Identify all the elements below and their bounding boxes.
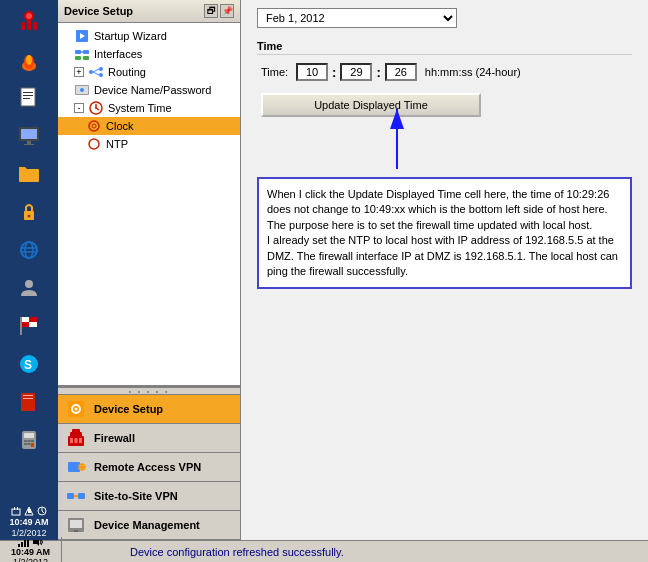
tree-item-routing[interactable]: + Routing xyxy=(58,63,240,81)
date-row: Feb 1, 2012 xyxy=(257,8,632,28)
svg-rect-87 xyxy=(78,493,85,499)
svg-rect-91 xyxy=(70,520,82,528)
svg-rect-47 xyxy=(28,509,31,513)
tree-item-startup-wizard[interactable]: Startup Wizard xyxy=(58,27,240,45)
system-time-icon xyxy=(88,100,104,116)
calc-icon[interactable] xyxy=(11,422,47,458)
nav-device-setup[interactable]: Device Setup xyxy=(58,395,240,424)
svg-rect-41 xyxy=(28,443,31,445)
svg-line-62 xyxy=(93,72,99,75)
tree-item-system-time[interactable]: - System Time xyxy=(58,99,240,117)
taskbar-date: 1/2/2012 xyxy=(13,557,48,563)
svg-line-69 xyxy=(96,108,99,110)
nav-buttons: • • • • • Device Setup xyxy=(58,385,240,540)
svg-rect-79 xyxy=(70,438,73,443)
svg-rect-29 xyxy=(20,317,22,335)
interfaces-icon xyxy=(74,46,90,62)
svg-rect-14 xyxy=(27,141,31,144)
svg-rect-82 xyxy=(68,462,80,472)
svg-rect-85 xyxy=(79,466,85,468)
tree-item-ntp[interactable]: NTP xyxy=(58,135,240,153)
time-second-input[interactable] xyxy=(385,63,417,81)
annotation-area: When I click the Update Displayed Time c… xyxy=(257,177,632,289)
date-display: 1/2/2012 xyxy=(11,528,46,538)
time-row: Time: : : hh:mm:ss (24-hour) xyxy=(257,63,632,81)
time-minute-input[interactable] xyxy=(340,63,372,81)
svg-rect-40 xyxy=(24,443,27,445)
date-select[interactable]: Feb 1, 2012 xyxy=(257,8,457,28)
svg-rect-80 xyxy=(75,438,78,443)
time-sep-2: : xyxy=(376,65,380,80)
svg-rect-11 xyxy=(23,98,30,99)
ie-icon[interactable] xyxy=(11,232,47,268)
device-setup-nav-icon xyxy=(66,399,86,419)
svg-point-65 xyxy=(80,88,84,92)
tree-item-interfaces[interactable]: Interfaces xyxy=(58,45,240,63)
header-buttons: 🗗 📌 xyxy=(204,4,234,18)
pin-btn[interactable]: 📌 xyxy=(220,4,234,18)
site-vpn-icon xyxy=(66,486,86,506)
nav-firewall[interactable]: Firewall xyxy=(58,424,240,453)
cisco-icon[interactable] xyxy=(11,4,47,40)
nav-site-vpn[interactable]: Site-to-Site VPN xyxy=(58,482,240,511)
svg-rect-44 xyxy=(14,507,15,510)
flag-icon[interactable] xyxy=(11,308,47,344)
clock-label: Clock xyxy=(106,120,134,132)
nav-remote-vpn[interactable]: Remote Access VPN xyxy=(58,453,240,482)
time-format-label: hh:mm:ss (24-hour) xyxy=(425,66,521,78)
ntp-label: NTP xyxy=(106,138,128,150)
fire-icon[interactable] xyxy=(11,42,47,78)
routing-icon xyxy=(88,64,104,80)
lock-icon[interactable] xyxy=(11,194,47,230)
document-icon[interactable] xyxy=(11,80,47,116)
svg-point-23 xyxy=(25,280,33,288)
time-label: Time: xyxy=(261,66,288,78)
svg-rect-15 xyxy=(24,144,34,145)
folder-icon[interactable] xyxy=(11,156,47,192)
system-time-expand[interactable]: - xyxy=(74,103,84,113)
svg-point-72 xyxy=(89,139,99,149)
svg-rect-36 xyxy=(24,433,34,438)
remote-vpn-icon xyxy=(66,457,86,477)
svg-rect-42 xyxy=(31,443,34,447)
svg-rect-16 xyxy=(19,169,39,182)
nav-firewall-label: Firewall xyxy=(94,432,135,444)
ntp-icon xyxy=(86,136,102,152)
skype-icon[interactable]: S xyxy=(11,346,47,382)
routing-expand[interactable]: + xyxy=(74,67,84,77)
svg-text:S: S xyxy=(24,358,32,372)
nav-separator[interactable]: • • • • • xyxy=(58,387,240,395)
right-panel: Feb 1, 2012 Time Time: : : hh:mm:ss (24-… xyxy=(241,0,648,540)
tree-item-clock[interactable]: Clock xyxy=(58,117,240,135)
separator-dots: • • • • • xyxy=(129,387,170,396)
svg-point-60 xyxy=(99,73,103,77)
left-taskbar: S 10:49 AM 1/2/201 xyxy=(0,0,58,540)
time-sep-1: : xyxy=(332,65,336,80)
svg-point-75 xyxy=(75,408,78,411)
svg-rect-28 xyxy=(29,322,37,327)
svg-point-70 xyxy=(89,121,99,131)
monitor-icon[interactable] xyxy=(11,118,47,154)
time-hour-input[interactable] xyxy=(296,63,328,81)
status-bar: 10:49 AM 1/2/2012 Device configuration r… xyxy=(0,540,648,562)
startup-icon xyxy=(74,28,90,44)
user-icon[interactable] xyxy=(11,270,47,306)
startup-wizard-label: Startup Wizard xyxy=(94,30,167,42)
svg-point-20 xyxy=(25,242,33,258)
time-section-label: Time xyxy=(257,40,632,55)
book-icon[interactable] xyxy=(11,384,47,420)
annotation-text: When I click the Update Displayed Time c… xyxy=(267,188,618,277)
device-name-icon xyxy=(74,82,90,98)
svg-rect-2 xyxy=(21,22,25,30)
svg-rect-53 xyxy=(75,50,81,54)
panel-title: Device Setup xyxy=(64,5,133,17)
svg-rect-38 xyxy=(28,440,31,442)
svg-rect-57 xyxy=(83,56,89,60)
svg-rect-9 xyxy=(23,92,33,93)
right-panel-content: Feb 1, 2012 Time Time: : : hh:mm:ss (24-… xyxy=(241,0,648,297)
svg-rect-45 xyxy=(17,507,18,510)
nav-device-mgmt[interactable]: Device Management xyxy=(58,511,240,540)
update-time-button[interactable]: Update Displayed Time xyxy=(261,93,481,117)
restore-btn[interactable]: 🗗 xyxy=(204,4,218,18)
tree-item-device-name[interactable]: Device Name/Password xyxy=(58,81,240,99)
